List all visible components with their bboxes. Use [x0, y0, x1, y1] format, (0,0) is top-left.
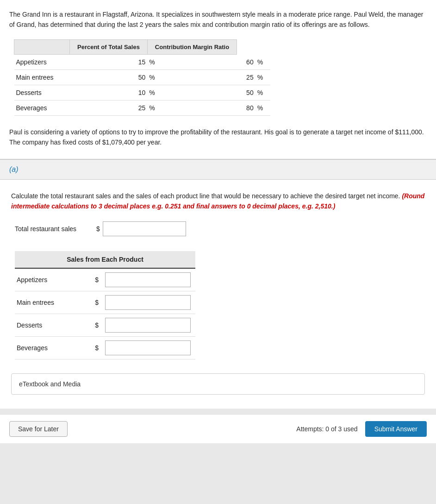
col-percent-header: Percent of Total Sales — [70, 39, 148, 54]
product-table-header: Sales from Each Product — [15, 251, 195, 268]
row-pct-sym: % — [147, 100, 237, 115]
row-pct-sym: % — [147, 54, 237, 69]
intro-paragraph: The Grand Inn is a restaurant in Flagsta… — [9, 9, 427, 30]
row-pct-sym: % — [147, 85, 237, 100]
col-empty-header — [14, 39, 70, 54]
product-table-row: Desserts $ — [15, 314, 195, 337]
total-sales-label: Total restaurant sales — [15, 225, 89, 233]
row-label: Appetizers — [14, 54, 70, 69]
product-table-container: Sales from Each Product Appetizers $ Mai… — [15, 251, 425, 359]
row-margin-sym: % — [255, 100, 270, 115]
product-input-cell — [100, 268, 195, 291]
row-margin-sym: % — [255, 54, 270, 69]
row-margin: 25 — [237, 69, 255, 85]
table-row: Main entrees 50 % 25 % — [14, 69, 271, 85]
product-table-row: Main entrees $ — [15, 291, 195, 314]
attempts-text: Attempts: 0 of 3 used — [296, 425, 357, 433]
row-pct: 10 — [70, 85, 148, 100]
etextbook-bar[interactable]: eTextbook and Media — [11, 373, 425, 395]
table-row: Appetizers 15 % 60 % — [14, 54, 271, 69]
instructions-normal: Calculate the total restaurant sales and… — [11, 192, 400, 200]
product-input-cell — [100, 337, 195, 359]
product-input-appetizers[interactable] — [105, 272, 191, 287]
save-for-later-button[interactable]: Save for Later — [9, 421, 68, 437]
section-a-header: (a) — [0, 159, 436, 180]
product-table-row: Beverages $ — [15, 337, 195, 359]
row-margin: 60 — [237, 54, 255, 69]
section-a-label: (a) — [9, 165, 19, 173]
product-input-desserts[interactable] — [105, 318, 191, 333]
product-table: Sales from Each Product Appetizers $ Mai… — [15, 251, 195, 359]
row-margin-sym: % — [255, 69, 270, 85]
row-pct: 50 — [70, 69, 148, 85]
table-row: Desserts 10 % 50 % — [14, 85, 271, 100]
product-row-label: Beverages — [15, 337, 89, 359]
total-sales-dollar-sign: $ — [96, 225, 100, 233]
footer-paragraph: Paul is considering a variety of options… — [9, 127, 427, 148]
row-margin: 50 — [237, 85, 255, 100]
product-dollar-sign: $ — [89, 314, 100, 337]
right-actions: Attempts: 0 of 3 used Submit Answer — [296, 421, 427, 437]
product-input-cell — [100, 314, 195, 337]
row-pct: 15 — [70, 54, 148, 69]
product-dollar-sign: $ — [89, 268, 100, 291]
row-pct-sym: % — [147, 69, 237, 85]
row-label: Desserts — [14, 85, 70, 100]
row-label: Beverages — [14, 100, 70, 115]
product-row-label: Main entrees — [15, 291, 89, 314]
row-pct: 25 — [70, 100, 148, 115]
section-a-body: Calculate the total restaurant sales and… — [0, 180, 436, 409]
product-table-row: Appetizers $ — [15, 268, 195, 291]
product-input-cell — [100, 291, 195, 314]
row-margin: 80 — [237, 100, 255, 115]
table-row: Beverages 25 % 80 % — [14, 100, 271, 115]
total-sales-input[interactable] — [103, 221, 186, 236]
submit-answer-button[interactable]: Submit Answer — [365, 421, 427, 437]
bottom-bar: Save for Later Attempts: 0 of 3 used Sub… — [0, 414, 436, 443]
total-sales-row: Total restaurant sales $ — [15, 221, 425, 236]
row-label: Main entrees — [14, 69, 70, 85]
product-row-label: Desserts — [15, 314, 89, 337]
product-input-beverages[interactable] — [105, 340, 191, 355]
product-row-label: Appetizers — [15, 268, 89, 291]
product-input-main-entrees[interactable] — [105, 295, 191, 310]
product-dollar-sign: $ — [89, 337, 100, 359]
col-margin-header: Contribution Margin Ratio — [147, 39, 237, 54]
instructions: Calculate the total restaurant sales and… — [11, 191, 425, 212]
data-table: Percent of Total Sales Contribution Marg… — [14, 39, 270, 116]
row-margin-sym: % — [255, 85, 270, 100]
product-dollar-sign: $ — [89, 291, 100, 314]
top-section: The Grand Inn is a restaurant in Flagsta… — [0, 0, 436, 159]
